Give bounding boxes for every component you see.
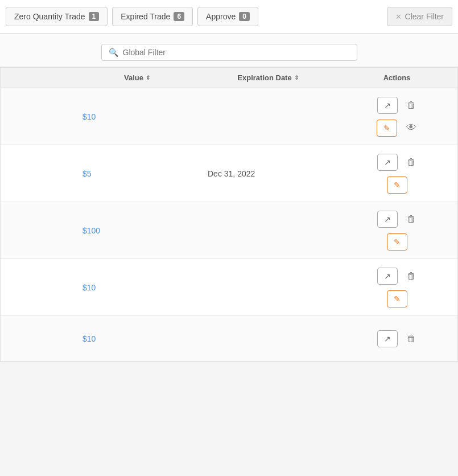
top-bar: Zero Quantity Trade 1 Expired Trade 6 Ap… [0, 0, 458, 34]
row1-expiration [200, 110, 336, 124]
table-row: $5 Dec 31, 2022 ↗ 🗑 ✎ [1, 145, 457, 202]
clear-filter-button[interactable]: ✕ Clear Filter [387, 7, 452, 26]
row4-actions: ↗ 🗑 ✎ [336, 262, 457, 313]
row3-col1 [1, 224, 75, 237]
zero-quantity-trade-label: Zero Quantity Trade [14, 12, 85, 21]
row2-col1 [1, 167, 75, 180]
row2-action-row-1: ↗ 🗑 [377, 154, 417, 171]
share-icon: ↗ [384, 215, 391, 224]
search-box: 🔍 [101, 44, 357, 61]
search-area: 🔍 [0, 34, 458, 67]
table-header: Value ⇕ Expiration Date ⇕ Actions [1, 68, 457, 88]
row3-delete-button[interactable]: 🗑 [406, 213, 417, 225]
row5-actions: ↗ 🗑 [336, 325, 457, 353]
row3-expiration [200, 224, 336, 237]
row3-edit-button[interactable]: ✎ [387, 233, 407, 251]
trash-icon: 🗑 [407, 271, 416, 281]
sort-expiration-icon[interactable]: ⇕ [294, 75, 299, 81]
row4-delete-button[interactable]: 🗑 [406, 270, 417, 282]
share-icon: ↗ [384, 158, 391, 167]
row2-expiration: Dec 31, 2022 [200, 162, 336, 185]
col-header-expiration: Expiration Date ⇕ [200, 68, 336, 88]
row3-value: $100 [75, 219, 200, 242]
global-filter-input[interactable] [123, 48, 350, 57]
row4-edit-button[interactable]: ✎ [387, 290, 407, 307]
row1-view-button[interactable]: 👁 [405, 121, 418, 135]
row3-actions: ↗ 🗑 ✎ [336, 205, 457, 256]
row4-col1 [1, 281, 75, 294]
row1-delete-button[interactable]: 🗑 [406, 99, 417, 112]
row5-col1 [1, 332, 75, 346]
share-icon: ↗ [384, 101, 391, 110]
approve-button[interactable]: Approve 0 [197, 7, 258, 26]
row5-value: $10 [75, 327, 200, 350]
edit-icon: ✎ [394, 237, 401, 247]
approve-label: Approve [206, 12, 236, 21]
row2-value: $5 [75, 162, 200, 185]
row4-share-button[interactable]: ↗ [377, 268, 398, 285]
col-header-empty [1, 68, 75, 88]
edit-icon: ✎ [394, 294, 401, 303]
row3-share-button[interactable]: ↗ [377, 211, 398, 228]
trash-icon: 🗑 [407, 214, 416, 224]
zero-quantity-trade-button[interactable]: Zero Quantity Trade 1 [6, 7, 108, 26]
row2-share-button[interactable]: ↗ [377, 154, 398, 171]
row1-actions: ↗ 🗑 ✎ 👁 [336, 91, 457, 142]
row1-col1 [1, 110, 75, 124]
col-header-value: Value ⇕ [75, 68, 200, 88]
share-icon: ↗ [384, 334, 391, 343]
row3-action-row-2: ✎ [387, 233, 407, 251]
share-icon: ↗ [384, 272, 391, 281]
edit-icon: ✎ [383, 124, 390, 133]
row1-share-button[interactable]: ↗ [377, 97, 398, 114]
row4-action-row-2: ✎ [387, 290, 407, 307]
approve-badge: 0 [239, 12, 250, 21]
table-row: $10 ↗ 🗑 ✎ 👁 [1, 88, 457, 145]
row1-action-row-2: ✎ 👁 [377, 120, 418, 137]
row5-share-button[interactable]: ↗ [377, 330, 398, 347]
row4-action-row-1: ↗ 🗑 [377, 268, 417, 285]
trash-icon: 🗑 [407, 157, 416, 167]
expired-trade-badge: 6 [174, 12, 184, 21]
expired-trade-label: Expired Trade [121, 12, 170, 21]
row2-actions: ↗ 🗑 ✎ [336, 148, 457, 199]
row4-expiration [200, 281, 336, 294]
data-table: Value ⇕ Expiration Date ⇕ Actions $10 ↗ … [0, 67, 458, 362]
row1-edit-button[interactable]: ✎ [377, 120, 397, 137]
search-icon: 🔍 [109, 48, 118, 57]
zero-quantity-badge: 1 [89, 12, 100, 21]
row1-value: $10 [75, 105, 200, 128]
row5-expiration [200, 332, 336, 346]
row1-action-row-1: ↗ 🗑 [377, 97, 417, 114]
row2-delete-button[interactable]: 🗑 [406, 156, 417, 169]
close-icon: ✕ [395, 13, 402, 21]
table-row: $100 ↗ 🗑 ✎ [1, 202, 457, 259]
expired-trade-button[interactable]: Expired Trade 6 [112, 7, 193, 26]
row4-value: $10 [75, 276, 200, 299]
table-row: $10 ↗ 🗑 [1, 316, 457, 362]
table-row: $10 ↗ 🗑 ✎ [1, 259, 457, 316]
row2-action-row-2: ✎ [387, 177, 407, 194]
row3-action-row-1: ↗ 🗑 [377, 211, 417, 228]
clear-filter-label: Clear Filter [405, 12, 444, 21]
row2-edit-button[interactable]: ✎ [387, 177, 407, 194]
sort-value-icon[interactable]: ⇕ [146, 75, 150, 81]
eye-icon: 👁 [406, 122, 416, 134]
row5-action-row-1: ↗ 🗑 [377, 330, 417, 347]
col-header-actions: Actions [336, 68, 457, 88]
trash-icon: 🗑 [407, 334, 416, 344]
edit-icon: ✎ [394, 180, 401, 190]
trash-icon: 🗑 [407, 100, 416, 110]
row5-delete-button[interactable]: 🗑 [406, 333, 417, 345]
